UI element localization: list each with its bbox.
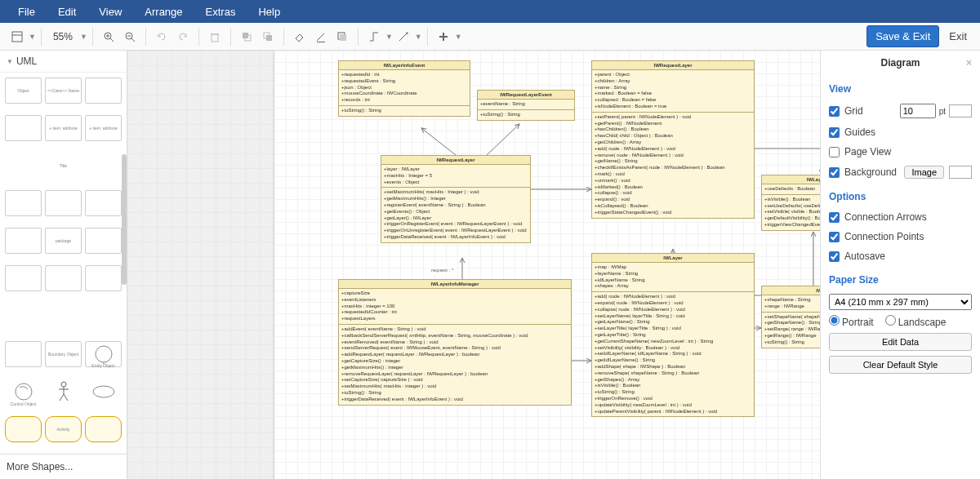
menu-edit[interactable]: Edit xyxy=(47,2,87,21)
shape-palette-item[interactable] xyxy=(5,304,42,330)
portrait-radio[interactable]: Portrait xyxy=(829,315,874,328)
menubar: File Edit View Arrange Extras Help xyxy=(0,0,980,23)
shape-palette-item[interactable] xyxy=(85,379,122,405)
conn-points-checkbox[interactable] xyxy=(829,232,840,242)
shape-palette-item[interactable] xyxy=(85,153,122,179)
svg-line-3 xyxy=(110,38,114,42)
shadow-icon[interactable] xyxy=(332,27,352,47)
redo-icon[interactable] xyxy=(173,27,193,47)
menu-help[interactable]: Help xyxy=(247,2,292,21)
page-view-checkbox[interactable] xyxy=(829,147,840,157)
shape-palette-item[interactable] xyxy=(45,190,82,216)
undo-icon[interactable] xyxy=(152,27,172,47)
edit-data-button[interactable]: Edit Data xyxy=(829,333,972,351)
shape-palette-item[interactable] xyxy=(5,416,42,442)
shape-palette-item[interactable] xyxy=(45,265,82,291)
line-color-icon[interactable] xyxy=(311,27,331,47)
uml-class-IWRequestLayerEvent[interactable]: IWRequestLayerEvent+eventName : String+t… xyxy=(477,90,575,121)
uml-class-IWLayerInfoEvent[interactable]: IWLayerInfoEvent+requestedId : int+reque… xyxy=(338,60,470,117)
svg-point-22 xyxy=(16,384,32,400)
svg-point-23 xyxy=(61,382,66,387)
conn-arrows-checkbox[interactable] xyxy=(829,212,840,223)
zoom-out-icon[interactable] xyxy=(120,27,140,47)
chevron-down-icon[interactable]: ▼ xyxy=(385,33,393,41)
shape-palette-item[interactable] xyxy=(85,304,122,330)
panel-title: Diagram× xyxy=(829,51,972,75)
shape-palette-item[interactable] xyxy=(5,153,42,179)
to-back-icon[interactable] xyxy=(258,27,278,47)
waypoint-icon[interactable] xyxy=(394,27,413,47)
bg-color-swatch[interactable] xyxy=(949,166,972,179)
scrollbar-thumb[interactable] xyxy=(122,154,127,285)
paper-size-select[interactable]: A4 (210 mm x 297 mm) xyxy=(829,294,972,310)
section-view: View xyxy=(829,83,972,95)
zoom-level[interactable]: 55% xyxy=(47,31,79,42)
zoom-in-icon[interactable] xyxy=(99,27,118,47)
shape-palette-item[interactable] xyxy=(45,379,82,405)
menu-file[interactable]: File xyxy=(7,2,47,21)
properties-sidebar: Diagram× View Gridpt Guides Page View Ba… xyxy=(820,51,980,479)
shape-palette-item[interactable]: + item: attribute xyxy=(85,115,122,141)
uml-class-IWLayer[interactable]: IWLayer+map : IWMap+layerName : String+i… xyxy=(591,253,755,417)
autosave-checkbox[interactable] xyxy=(829,251,840,262)
shape-palette-item[interactable] xyxy=(45,304,82,330)
shape-palette-item[interactable] xyxy=(5,115,42,141)
shape-palette-item[interactable] xyxy=(5,190,42,216)
menu-arrange[interactable]: Arrange xyxy=(133,2,194,21)
chevron-down-icon[interactable]: ▼ xyxy=(80,33,87,41)
connection-icon[interactable] xyxy=(364,27,384,47)
shape-palette-item[interactable] xyxy=(85,265,122,291)
shape-palette-item[interactable]: Title xyxy=(45,153,82,179)
grid-size-input[interactable] xyxy=(900,104,936,118)
svg-rect-17 xyxy=(340,34,346,41)
uml-class-IWRequestLayerInt[interactable]: IWRequestLayer+parent : Object+children … xyxy=(591,60,755,219)
shapes-category-header[interactable]: ▼UML xyxy=(0,51,127,73)
uml-class-IWLayerInterface[interactable]: IWLayerInterface+useDefaults : Boolean+i… xyxy=(761,175,820,231)
image-button[interactable]: Image xyxy=(904,166,944,179)
chevron-down-icon[interactable]: ▼ xyxy=(29,33,36,41)
background-checkbox[interactable] xyxy=(829,167,840,178)
clear-style-button[interactable]: Clear Default Style xyxy=(829,356,972,374)
more-shapes-button[interactable]: More Shapes... xyxy=(0,454,127,479)
section-options: Options xyxy=(829,191,972,202)
chevron-down-icon[interactable]: ▼ xyxy=(415,33,422,41)
shape-palette-item[interactable]: package xyxy=(45,228,82,254)
shapes-sidebar: ▼UML Object<<Class>> Name+ item: attribu… xyxy=(0,51,127,479)
uml-class-IWRequestLayerCls[interactable]: IWRequestLayer+layer : IWLayer+maxHits :… xyxy=(381,155,531,243)
fit-page-icon[interactable] xyxy=(7,27,27,47)
exit-button[interactable]: Exit xyxy=(942,26,973,47)
canvas[interactable]: request : * IWLayerInfoEvent+requestedId… xyxy=(127,51,820,479)
chevron-down-icon[interactable]: ▼ xyxy=(455,33,462,41)
shape-palette-item[interactable] xyxy=(85,228,122,254)
shape-palette-item[interactable]: + item: attribute xyxy=(45,115,82,141)
shape-palette-item[interactable] xyxy=(85,416,122,442)
menu-view[interactable]: View xyxy=(87,2,133,21)
svg-rect-15 xyxy=(317,42,325,42)
shape-palette-item[interactable]: Control Object xyxy=(5,379,42,405)
shape-palette-item[interactable] xyxy=(85,78,122,104)
uml-class-IWLayerInfoManager[interactable]: IWLayerInfoManager+captureSize+eventList… xyxy=(338,279,572,406)
shape-palette-item[interactable]: Entity Object xyxy=(85,341,122,367)
grid-color-swatch[interactable] xyxy=(949,104,972,118)
shape-palette-item[interactable]: Activity xyxy=(45,416,82,442)
guides-checkbox[interactable] xyxy=(829,127,840,138)
svg-point-20 xyxy=(96,346,112,362)
shape-palette-item[interactable]: Object xyxy=(5,78,42,104)
drawing-sheet[interactable]: request : * IWLayerInfoEvent+requestedId… xyxy=(274,51,820,479)
shape-palette-item[interactable]: <<Class>> Name xyxy=(45,78,82,104)
fill-color-icon[interactable] xyxy=(290,27,310,47)
to-front-icon[interactable] xyxy=(237,27,256,47)
save-exit-button[interactable]: Save & Exit xyxy=(866,25,939,47)
delete-icon[interactable] xyxy=(205,27,225,47)
grid-checkbox[interactable] xyxy=(829,106,840,117)
shape-palette-item[interactable] xyxy=(85,190,122,216)
menu-extras[interactable]: Extras xyxy=(194,2,247,21)
shape-palette-item[interactable] xyxy=(5,228,42,254)
add-icon[interactable] xyxy=(434,27,453,47)
shape-palette-item[interactable] xyxy=(5,265,42,291)
uml-class-IWShape[interactable]: IWShape+shapeName : String+range : IWRan… xyxy=(761,286,820,348)
close-icon[interactable]: × xyxy=(966,57,972,69)
shape-palette-item[interactable] xyxy=(5,341,42,367)
landscape-radio[interactable]: Landscape xyxy=(885,315,947,328)
shape-palette-item[interactable]: Boundary Object xyxy=(45,341,82,367)
